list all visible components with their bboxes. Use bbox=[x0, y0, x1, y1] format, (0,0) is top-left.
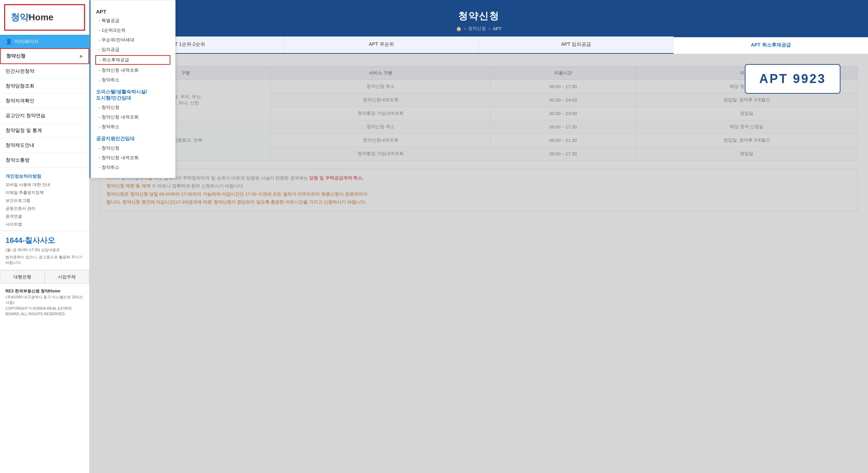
sidebar-item-dang-cheom[interactable]: 청약당첨조회 bbox=[0, 79, 89, 94]
table-header-hours: 이용시간 bbox=[490, 66, 636, 80]
dropdown-public-apply[interactable]: - 청약신청 bbox=[91, 143, 175, 153]
breadcrumb-cheong-yak[interactable]: 청약신청 bbox=[468, 25, 486, 32]
privacy-link-email[interactable]: 이메일 추출방지정책 bbox=[0, 189, 89, 197]
privacy-title: 개인정보처리방침 bbox=[0, 170, 89, 181]
notice-line2: 청약신청 제한 등 제재 가 따르니 정확하게 청약 신청하시기 바랍니다. bbox=[106, 182, 851, 190]
bank-button[interactable]: 대행은행 bbox=[0, 270, 45, 284]
privacy-link-security[interactable]: 보안프로그램 bbox=[0, 197, 89, 205]
phone-note: 법적효력이 없으니, 참고용으로 활용해 주시기 바랍니다. bbox=[6, 254, 84, 266]
notice-line1: 작가가 청약신청내역을 착오 입력하여 주택청약자격 및 순위가 다르게 당첨된… bbox=[106, 174, 851, 182]
table-cell-hours6: 09:00 ~ 17:30 bbox=[490, 147, 636, 161]
page-header: 청약신청 🏠 > 청약신청 > APT bbox=[89, 0, 868, 37]
notice-highlight2: 청약신청 제한 등 제재 bbox=[106, 183, 150, 188]
tab-apt-nosort[interactable]: APT 무순위 bbox=[284, 37, 479, 53]
table-header-service: 서비스 구분 bbox=[271, 66, 490, 80]
bizowner-button[interactable]: 사업주체 bbox=[45, 270, 89, 284]
table-row: 농협, 우리, 부산, 남, 하나, 신한 청약신청·취소 09:00 ~ 17… bbox=[100, 80, 858, 93]
page-title: 청약신청 bbox=[89, 10, 868, 23]
sidebar-item-jaggyeok[interactable]: 청약자격확인 bbox=[0, 94, 89, 109]
privacy-link-mobile[interactable]: 모바일 사용에 대한 안내 bbox=[0, 181, 89, 189]
notice-highlight1: 당첨 및 주택공급계약 취소, bbox=[309, 175, 363, 181]
breadcrumb-sep1: > bbox=[464, 26, 466, 31]
content-area: APT 9923 구분 서비스 구분 이용시간 이용일 농협, 우리, 부산, … bbox=[89, 54, 868, 473]
dropdown-public-title: 공공지원민간임대 bbox=[91, 132, 175, 143]
privacy-link-sitemap[interactable]: 사이트맵 bbox=[0, 220, 89, 228]
tab-bar: APT 1순위·2순위 APT 무순위 APT 임의공급 APT 취소후재공급 bbox=[89, 37, 868, 54]
phone-number: 1644-칠사사오 bbox=[6, 235, 84, 246]
sidebar-item-sotong[interactable]: 청약소통방 bbox=[0, 153, 89, 168]
notice-line4: 합니다. 청약신청 중간에 마감시간(17:30)경과에 따른 청약신청이 중단… bbox=[106, 198, 851, 206]
privacy-link-remote[interactable]: 원격연결 bbox=[0, 213, 89, 220]
dropdown-imuigong[interactable]: - 임의공급 bbox=[91, 45, 175, 54]
arrow-icon: ▶ bbox=[80, 54, 83, 59]
table-cell-service3: 청약통장 가입내역조회 bbox=[271, 107, 490, 120]
sidebar: 청약 Home 👤 마이페이지 청약신청 ▶ 민간사전청약 청약당첨조회 청약자… bbox=[0, 0, 89, 473]
phone-section: 1644-칠사사오 (월~금 09:00~17:30) 상담내용은 법적효력이 … bbox=[0, 231, 89, 270]
sidebar-item-yeonseup[interactable]: 공고단지 청약연습 bbox=[0, 109, 89, 123]
dropdown-office-title: 오피스텔/생활숙박시설/ 도시형/민간임대 bbox=[91, 85, 175, 103]
sidebar-item-cheong-yak-sin-cheong[interactable]: 청약신청 ▶ bbox=[0, 48, 89, 64]
breadcrumb-home-icon[interactable]: 🏠 bbox=[456, 26, 462, 31]
service-table: 구분 서비스 구분 이용시간 이용일 농협, 우리, 부산, 남, 하나, 신한… bbox=[100, 66, 858, 161]
dropdown-public-cancel[interactable]: - 청약취소 bbox=[91, 163, 175, 172]
table-cell-service2: 청약신청내역조회 bbox=[271, 93, 490, 107]
tab-apt-imui[interactable]: APT 임의공급 bbox=[479, 37, 674, 53]
dropdown-special[interactable]: - 특별공급 bbox=[91, 16, 175, 25]
table-cell-days6: 영업일 bbox=[636, 147, 857, 161]
footer-logo: RE3 한국부동산원 청약Home (주)41068 대구광역시 동구 이노벨리… bbox=[0, 284, 89, 321]
logo-black: Home bbox=[29, 12, 53, 23]
notice-line3: 청약신청은 청약신청 당일 09:00부터 17:30까지 가능하며 마감시간인… bbox=[106, 190, 851, 198]
apt-badge: APT 9923 bbox=[745, 64, 840, 94]
brand-text: RE3 한국부동산원 청약Home bbox=[6, 288, 84, 294]
sidebar-item-minkanjeon[interactable]: 민간사전청약 bbox=[0, 64, 89, 79]
dropdown-office-apply[interactable]: - 청약신청 bbox=[91, 103, 175, 112]
sidebar-item-iljeong[interactable]: 청약일정 및 통계 bbox=[0, 123, 89, 138]
dropdown-12[interactable]: - 1순위/2순위 bbox=[91, 25, 175, 35]
dropdown-office-cancel[interactable]: - 청약취소 bbox=[91, 122, 175, 132]
table-cell-hours5: 09:00 ~ 21:30 bbox=[490, 134, 636, 147]
breadcrumb: 🏠 > 청약신청 > APT bbox=[89, 25, 868, 32]
mypage-bar[interactable]: 👤 마이페이지 bbox=[0, 35, 89, 48]
notice-box: 작가가 청약신청내역을 착오 입력하여 주택청약자격 및 순위가 다르게 당첨된… bbox=[100, 169, 858, 212]
table-cell-service6: 청약통장 가입내역조회 bbox=[271, 147, 490, 161]
copyright-text: COPYRIGHT © KOREA REAL ESTATE BOARD, ALL… bbox=[6, 306, 84, 317]
logo[interactable]: 청약 Home bbox=[4, 4, 85, 31]
mypage-label: 마이페이지 bbox=[14, 39, 39, 45]
table-cell-days3: 영업일 bbox=[636, 107, 857, 120]
table-cell-hours4: 09:00 ~ 17:30 bbox=[490, 120, 636, 134]
dropdown-panel: APT - 특별공급 - 1순위/2순위 - 무순위/잔여세대 - 임의공급 -… bbox=[89, 0, 176, 178]
person-icon: 👤 bbox=[6, 38, 12, 45]
table-cell-days4: 해당 청약 신청일 bbox=[636, 120, 857, 134]
table-cell-days2: 영업일, 청약후 3개월간 bbox=[636, 93, 857, 107]
table-cell-hours2: 00:00 ~ 24:00 bbox=[490, 93, 636, 107]
table-cell-hours1: 09:00 ~ 17:30 bbox=[490, 80, 636, 93]
dropdown-no-rank[interactable]: - 무순위/잔여세대 bbox=[91, 35, 175, 45]
sidebar-item-jedo[interactable]: 청약제도안내 bbox=[0, 138, 89, 153]
breadcrumb-apt: APT bbox=[493, 26, 501, 31]
dropdown-history[interactable]: - 청약신청 내역조회 bbox=[91, 65, 175, 75]
table-cell-service1: 청약신청·취소 bbox=[271, 80, 490, 93]
dropdown-cancel[interactable]: - 청약취소 bbox=[91, 75, 175, 85]
sidebar-menu: 청약신청 ▶ 민간사전청약 청약당첨조회 청약자격확인 공고단지 청약연습 청약… bbox=[0, 48, 89, 168]
table-cell-service4: 청약신청·취소 bbox=[271, 120, 490, 134]
privacy-section: 개인정보처리방침 모바일 사용에 대한 안내 이메일 추출방지정책 보안프로그램… bbox=[0, 168, 89, 231]
main-content: 청약신청 🏠 > 청약신청 > APT APT 1순위·2순위 APT 무순위 … bbox=[89, 0, 868, 473]
dropdown-office-history[interactable]: - 청약신청 내역조회 bbox=[91, 112, 175, 122]
bank-buttons: 대행은행 사업주체 bbox=[0, 270, 89, 284]
dropdown-cancel-resupply[interactable]: - 취소후재공급 bbox=[95, 55, 170, 65]
tab-apt-cancel-resupply[interactable]: APT 취소후재공급 bbox=[674, 37, 868, 54]
dropdown-apt-title: APT bbox=[91, 6, 175, 16]
logo-blue: 청약 bbox=[11, 11, 29, 23]
table-row: 이이엠뱅크, 전북 청약신청·취소 09:00 ~ 17:30 해당 청약 신청… bbox=[100, 120, 858, 134]
phone-hours: (월~금 09:00~17:30) 상담내용은 bbox=[6, 247, 84, 253]
apt-badge-text: APT 9923 bbox=[759, 72, 826, 86]
table-cell-days5: 영업일, 청약후 3개월간 bbox=[636, 134, 857, 147]
table-cell-hours3: 00:00 ~ 24:00 bbox=[490, 107, 636, 120]
dropdown-public-history[interactable]: - 청약신청 내역조회 bbox=[91, 153, 175, 163]
table-cell-service5: 청약신청내역조회 bbox=[271, 134, 490, 147]
address-text: (주)41068 대구광역시 동구 이노벨리로 291(신서동) bbox=[6, 294, 84, 306]
breadcrumb-sep2: > bbox=[488, 26, 491, 31]
privacy-link-cert[interactable]: 공동인증서 관리 bbox=[0, 205, 89, 213]
